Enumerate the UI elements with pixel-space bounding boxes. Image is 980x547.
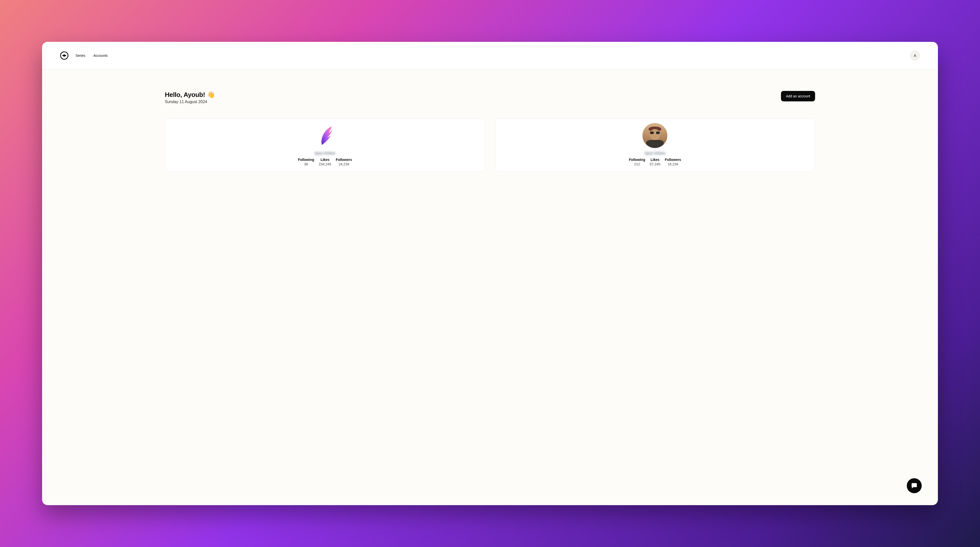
nav-series[interactable]: Series xyxy=(75,52,86,60)
add-account-button[interactable]: Add an account xyxy=(781,91,815,102)
stat-label: Followers xyxy=(336,158,352,162)
stat-label: Following xyxy=(298,158,314,162)
stat-likes: Likes 234,245 xyxy=(318,158,331,166)
greeting: Hello, Ayoub! 👋 Sunday 11 August 2024 xyxy=(165,91,215,104)
stat-value: 38 xyxy=(298,162,314,166)
feather-icon xyxy=(317,126,334,145)
greeting-date: Sunday 11 August 2024 xyxy=(165,100,215,104)
greeting-text: Hello, Ayoub! xyxy=(165,91,205,99)
stat-value: 234,245 xyxy=(318,162,331,166)
stat-label: Followers xyxy=(665,158,681,162)
top-nav: Series Accounts A xyxy=(42,42,938,70)
app-window: Series Accounts A Hello, Ayoub! 👋 Sunday… xyxy=(42,42,938,505)
account-card[interactable]: Quiz Online Following 212 Likes 97,245 F… xyxy=(495,118,815,172)
stat-value: 212 xyxy=(629,162,645,166)
account-avatar xyxy=(313,123,337,148)
wave-emoji: 👋 xyxy=(207,91,215,99)
avatar-initial: A xyxy=(914,54,916,57)
account-card[interactable]: Quiz Online Following 38 Likes 234,245 F… xyxy=(165,118,485,172)
avatar-illustration xyxy=(649,129,660,140)
logo-icon xyxy=(60,51,68,60)
stat-following: Following 212 xyxy=(629,158,645,166)
greeting-row: Hello, Ayoub! 👋 Sunday 11 August 2024 Ad… xyxy=(165,91,815,104)
main-content: Hello, Ayoub! 👋 Sunday 11 August 2024 Ad… xyxy=(42,70,938,505)
avatar-illustration xyxy=(650,132,660,134)
stat-following: Following 38 xyxy=(298,158,314,166)
user-avatar-button[interactable]: A xyxy=(910,51,920,60)
nav-left: Series Accounts xyxy=(60,51,108,60)
stat-followers: Followers 16,234 xyxy=(665,158,681,166)
page-title: Hello, Ayoub! 👋 xyxy=(165,91,215,99)
accounts-grid: Quiz Online Following 38 Likes 234,245 F… xyxy=(165,118,815,172)
account-name: Quiz Online xyxy=(645,151,665,155)
stats-row: Following 38 Likes 234,245 Followers 24,… xyxy=(298,158,352,166)
stats-row: Following 212 Likes 97,245 Followers 16,… xyxy=(629,158,681,166)
stat-followers: Followers 24,234 xyxy=(336,158,352,166)
stat-label: Likes xyxy=(650,158,660,162)
stat-likes: Likes 97,245 xyxy=(650,158,660,166)
nav-accounts[interactable]: Accounts xyxy=(92,52,109,60)
stat-label: Following xyxy=(629,158,645,162)
chat-icon xyxy=(911,482,918,489)
chat-button[interactable] xyxy=(907,478,922,493)
account-name: Quiz Online xyxy=(315,151,335,155)
stat-value: 24,234 xyxy=(336,162,352,166)
app-logo[interactable] xyxy=(60,51,68,60)
stat-value: 16,234 xyxy=(665,162,681,166)
stat-value: 97,245 xyxy=(650,162,660,166)
account-avatar xyxy=(643,123,667,148)
stat-label: Likes xyxy=(318,158,331,162)
avatar-illustration xyxy=(646,140,663,148)
